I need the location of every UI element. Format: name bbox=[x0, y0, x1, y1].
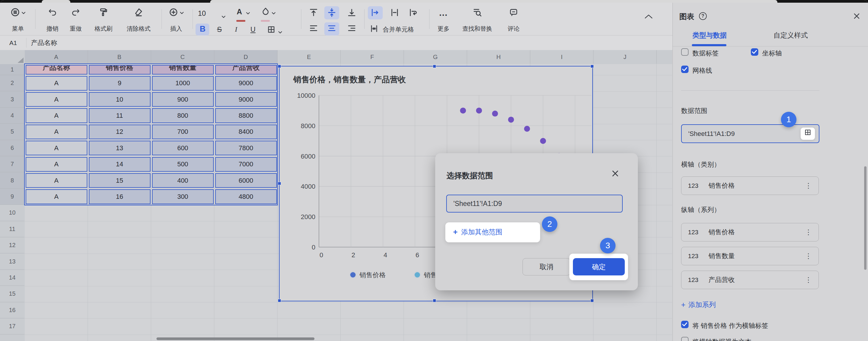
data-range-input[interactable]: 'Sheet11'!A1:D9 bbox=[446, 195, 623, 213]
cell[interactable]: 12 bbox=[89, 125, 151, 139]
cancel-button[interactable]: 取消 bbox=[523, 258, 570, 275]
row-header-8[interactable]: 8 bbox=[0, 172, 25, 188]
align-middle-button[interactable] bbox=[327, 7, 337, 19]
chart-resize-handle[interactable] bbox=[278, 65, 281, 68]
cell[interactable]: 500 bbox=[152, 157, 214, 172]
dialog-close-button[interactable] bbox=[611, 169, 620, 178]
cell[interactable]: 6000 bbox=[215, 173, 277, 188]
align-right-button[interactable] bbox=[347, 24, 356, 35]
legend-label[interactable]: 销售价格 bbox=[359, 271, 386, 279]
series-row[interactable]: 123 产品营收 ⋮ bbox=[681, 271, 819, 289]
select-range-button[interactable] bbox=[801, 128, 815, 140]
cell[interactable]: 11 bbox=[89, 108, 151, 123]
kebab-menu-icon[interactable]: ⋮ bbox=[805, 276, 812, 284]
tab-type-and-data[interactable]: 类型与数据 bbox=[692, 31, 727, 40]
tab-custom-style[interactable]: 自定义样式 bbox=[774, 31, 808, 40]
cell[interactable]: 4800 bbox=[215, 189, 277, 204]
cell[interactable]: 销售数量 bbox=[152, 65, 214, 74]
align-left-button[interactable] bbox=[309, 24, 318, 35]
cell[interactable]: 13 bbox=[89, 141, 151, 155]
row-header-16[interactable]: 16 bbox=[0, 302, 25, 318]
underline-button[interactable]: U bbox=[250, 25, 255, 34]
panel-data-range-input[interactable]: 'Sheet11'!A1:D9 bbox=[681, 124, 819, 143]
font-size-select[interactable]: 10 bbox=[198, 9, 228, 18]
series-row[interactable]: 123 销售数量 ⋮ bbox=[681, 247, 819, 265]
kebab-menu-icon[interactable]: ⋮ bbox=[805, 182, 812, 190]
select-all-corner[interactable] bbox=[0, 50, 25, 64]
confirm-button[interactable]: 确定 bbox=[573, 258, 625, 275]
row-header-15[interactable]: 15 bbox=[0, 286, 25, 302]
add-other-range-button[interactable]: + 添加其他范围 bbox=[453, 227, 502, 237]
column-header-I[interactable]: I bbox=[530, 50, 593, 64]
column-header-F[interactable]: F bbox=[341, 50, 404, 64]
cell[interactable]: 1000 bbox=[152, 76, 214, 91]
cell[interactable]: 销售价格 bbox=[89, 65, 151, 74]
checkbox-gridlines[interactable] bbox=[681, 66, 688, 73]
column-header-D[interactable]: D bbox=[214, 50, 278, 64]
checkbox-data-labels[interactable] bbox=[681, 48, 688, 56]
panel-scrollbar[interactable] bbox=[864, 166, 867, 270]
cell[interactable]: A bbox=[26, 157, 87, 172]
column-header-H[interactable]: H bbox=[467, 50, 530, 64]
horizontal-scrollbar[interactable] bbox=[156, 337, 314, 340]
cell[interactable]: 10 bbox=[89, 92, 151, 107]
checkbox-treat-axis-as-text[interactable] bbox=[681, 337, 688, 341]
row-header-5[interactable]: 5 bbox=[0, 124, 25, 140]
cell[interactable]: 400 bbox=[152, 173, 214, 188]
cell[interactable]: 8400 bbox=[215, 125, 277, 139]
data-point[interactable] bbox=[540, 138, 546, 144]
align-top-button[interactable] bbox=[309, 7, 318, 19]
data-point[interactable] bbox=[508, 117, 514, 123]
cell[interactable]: A bbox=[26, 141, 87, 155]
series-row[interactable]: 123 销售价格 ⋮ bbox=[681, 223, 819, 242]
cell[interactable]: 800 bbox=[152, 108, 214, 123]
column-header-E[interactable]: E bbox=[278, 50, 341, 64]
cell[interactable]: 7800 bbox=[215, 141, 277, 155]
collapse-toolbar-button[interactable] bbox=[645, 14, 653, 20]
cell[interactable]: 900 bbox=[152, 92, 214, 107]
column-header-B[interactable]: B bbox=[88, 50, 151, 64]
row-header-9[interactable]: 9 bbox=[0, 189, 25, 205]
align-center-button[interactable] bbox=[327, 24, 337, 35]
cell[interactable]: 7000 bbox=[215, 157, 277, 172]
row-header-3[interactable]: 3 bbox=[0, 91, 25, 107]
kebab-menu-icon[interactable]: ⋮ bbox=[805, 228, 812, 237]
text-clip-button[interactable] bbox=[390, 7, 399, 19]
cell[interactable]: 16 bbox=[89, 189, 151, 204]
cell[interactable]: 14 bbox=[89, 157, 151, 172]
row-header-13[interactable]: 13 bbox=[0, 253, 25, 270]
row-header-12[interactable]: 12 bbox=[0, 237, 25, 253]
cell[interactable]: 产品营收 bbox=[215, 65, 277, 74]
cell[interactable]: 产品名称 bbox=[26, 65, 87, 74]
kebab-menu-icon[interactable]: ⋮ bbox=[805, 252, 812, 260]
column-header-G[interactable]: G bbox=[404, 50, 467, 64]
fill-color-button[interactable] bbox=[260, 7, 279, 24]
cell[interactable]: 9 bbox=[89, 76, 151, 91]
row-header-6[interactable]: 6 bbox=[0, 140, 25, 156]
legend-marker[interactable] bbox=[414, 272, 421, 278]
cell-reference-box[interactable]: A1 bbox=[0, 35, 26, 50]
cell[interactable]: 9000 bbox=[215, 92, 277, 107]
cell[interactable]: 700 bbox=[152, 125, 214, 139]
column-header-J[interactable]: J bbox=[593, 50, 657, 64]
cell[interactable]: A bbox=[26, 108, 87, 123]
data-point[interactable] bbox=[524, 126, 530, 132]
x-axis-row[interactable]: 123 销售价格 ⋮ bbox=[681, 177, 819, 195]
data-point[interactable] bbox=[476, 107, 482, 114]
text-wrap-button[interactable] bbox=[408, 7, 418, 19]
row-header-11[interactable]: 11 bbox=[0, 221, 25, 237]
legend-marker[interactable] bbox=[350, 272, 356, 278]
chart-resize-handle[interactable] bbox=[278, 299, 281, 302]
align-bottom-button[interactable] bbox=[347, 7, 356, 19]
checkbox-use-as-axis-labels[interactable] bbox=[681, 321, 688, 328]
borders-button[interactable] bbox=[267, 25, 282, 35]
strikethrough-button[interactable]: S bbox=[217, 25, 222, 34]
cell[interactable]: A bbox=[26, 92, 87, 107]
bold-button[interactable]: B bbox=[200, 25, 206, 34]
chart-resize-handle[interactable] bbox=[433, 65, 436, 68]
help-icon[interactable]: ? bbox=[699, 12, 707, 20]
text-overflow-button[interactable] bbox=[370, 7, 380, 19]
cell[interactable]: 15 bbox=[89, 173, 151, 188]
data-point[interactable] bbox=[460, 107, 466, 114]
cell[interactable]: A bbox=[26, 189, 87, 204]
